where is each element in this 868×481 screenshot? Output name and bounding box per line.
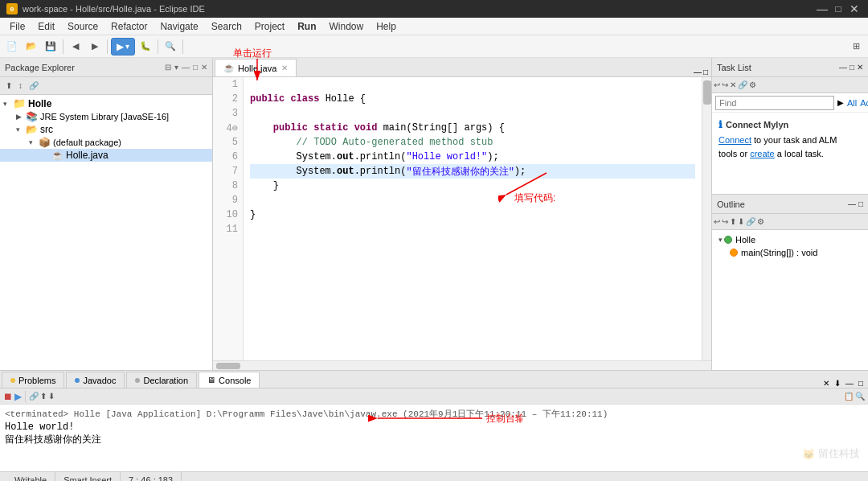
- connect-link[interactable]: Connect: [719, 135, 751, 145]
- outline-header: Outline — □: [712, 195, 868, 214]
- console-stop-btn[interactable]: ⏹: [3, 391, 13, 402]
- code-content[interactable]: public class Holle { public static void …: [244, 77, 702, 360]
- tree-item-src[interactable]: ▾ 📂 src: [0, 123, 212, 136]
- save-btn[interactable]: 💾: [42, 38, 59, 56]
- create-link[interactable]: create: [750, 149, 775, 158]
- task-maximize-btn[interactable]: □: [850, 63, 854, 72]
- outline-tb-1[interactable]: ↩: [714, 217, 720, 226]
- editor-hscrollbar[interactable]: [213, 360, 711, 370]
- menu-window[interactable]: Window: [323, 19, 371, 34]
- console-clear-btn[interactable]: ✕: [821, 379, 831, 388]
- code-line-3: [250, 106, 695, 121]
- code-line-5: // TODO Auto-generated method stub: [250, 135, 695, 150]
- console-tb-2[interactable]: ⬆: [40, 392, 47, 401]
- menu-search[interactable]: Search: [205, 19, 248, 34]
- tab-console[interactable]: 🖥 Console: [199, 372, 260, 388]
- menu-navigate[interactable]: Navigate: [154, 19, 204, 34]
- outline-tb-3[interactable]: ⬆: [730, 217, 736, 226]
- task-minimize-btn[interactable]: —: [839, 63, 847, 72]
- activate-label[interactable]: Activate....: [860, 98, 868, 108]
- search-btn[interactable]: 🔍: [162, 38, 179, 56]
- console-minimize-btn[interactable]: —: [844, 379, 855, 388]
- task-tb-1[interactable]: ↩: [714, 80, 720, 89]
- tab-problems[interactable]: Problems: [2, 372, 64, 388]
- run-dropdown[interactable]: ▾: [125, 42, 129, 51]
- right-panel: Task List — □ ✕ ↩ ↪ ✕ 🔗 ⚙ ▶ All Activate…: [711, 58, 868, 370]
- connect-tail: tools or: [719, 149, 750, 158]
- console-run-btn[interactable]: ▶: [14, 391, 22, 402]
- win-maximize-btn[interactable]: □: [831, 3, 845, 14]
- tab-java-icon: ☕: [223, 63, 235, 73]
- tab-close-btn[interactable]: ✕: [281, 64, 288, 72]
- console-tb-1[interactable]: 🔗: [29, 392, 39, 401]
- outline-tb-6[interactable]: ⚙: [757, 217, 764, 226]
- task-toolbar: ↩ ↪ ✕ 🔗 ⚙: [712, 77, 868, 93]
- tree-item-default-pkg[interactable]: ▾ 📦 (default package): [0, 136, 212, 149]
- close-panel-icon[interactable]: ✕: [201, 63, 207, 72]
- menu-edit[interactable]: Edit: [31, 19, 61, 34]
- new-btn[interactable]: 📄: [3, 38, 21, 56]
- line-5: 5: [213, 135, 243, 150]
- outline-minimize-btn[interactable]: —: [848, 199, 856, 208]
- connect-mylyn-desc: Connect to your task and ALM tools or cr…: [719, 134, 862, 160]
- editor-maximize-btn[interactable]: □: [703, 68, 708, 76]
- tree-item-holle[interactable]: ▾ 📁 Holle: [0, 97, 212, 110]
- code-editor[interactable]: 1 2 3 4⊜ 5 6 7 8 9 10 11 public class Ho…: [213, 77, 711, 360]
- find-bar: ▶ All Activate....: [712, 93, 868, 113]
- console-tb-3[interactable]: ⬇: [48, 392, 55, 401]
- menu-refactor[interactable]: Refactor: [104, 19, 154, 34]
- task-close-btn[interactable]: ✕: [857, 63, 863, 72]
- panel-menu-icon[interactable]: ▾: [174, 63, 178, 72]
- console-right-1[interactable]: 📋: [844, 392, 854, 401]
- menu-help[interactable]: Help: [370, 19, 403, 34]
- task-tb-3[interactable]: ✕: [730, 80, 736, 89]
- editor-tab-holle[interactable]: ☕ Holle.java ✕: [215, 59, 297, 76]
- outline-main-method[interactable]: main(String[]) : void: [715, 246, 865, 259]
- outline-tb-4[interactable]: ⬇: [738, 217, 744, 226]
- editor-minimize-btn[interactable]: —: [694, 68, 702, 76]
- open-btn[interactable]: 📂: [23, 38, 40, 56]
- back-btn[interactable]: ◀: [67, 38, 84, 56]
- code-line-10: }: [250, 208, 695, 222]
- forward-btn[interactable]: ▶: [86, 38, 104, 56]
- pkg-tb-3[interactable]: 🔗: [27, 80, 41, 91]
- menu-source[interactable]: Source: [61, 19, 104, 34]
- debug-btn[interactable]: 🐛: [137, 38, 154, 56]
- tree-item-jre[interactable]: ▶ 📚 JRE System Library [JavaSE-16]: [0, 110, 212, 123]
- outline-tb-5[interactable]: 🔗: [746, 217, 755, 226]
- win-close-btn[interactable]: ✕: [847, 3, 862, 14]
- find-arrow[interactable]: ▶: [837, 98, 844, 107]
- tree-item-holle-java[interactable]: ☕ Holle.java: [0, 149, 212, 162]
- menu-project[interactable]: Project: [248, 19, 291, 34]
- run-button[interactable]: ▶ ▾: [111, 38, 135, 56]
- editor-scrollbar[interactable]: [702, 77, 711, 360]
- tab-declaration[interactable]: Declaration: [126, 372, 197, 388]
- task-tb-4[interactable]: 🔗: [738, 80, 747, 89]
- task-tb-5[interactable]: ⚙: [749, 80, 756, 89]
- task-tb-2[interactable]: ↪: [722, 80, 728, 89]
- find-input[interactable]: [715, 96, 834, 110]
- outline-title: Outline: [717, 199, 848, 209]
- pkg-tb-2[interactable]: ↕: [16, 80, 25, 91]
- console-scroll-btn[interactable]: ⬇: [833, 379, 842, 388]
- win-minimize-btn[interactable]: —: [815, 3, 829, 14]
- outline-tb-2[interactable]: ↪: [722, 217, 728, 226]
- collapse-all-icon[interactable]: ⊟: [165, 63, 171, 72]
- console-terminated-line: <terminated> Holle [Java Application] D:…: [5, 408, 863, 420]
- pkg-icon: 📦: [39, 137, 51, 148]
- console-right-2[interactable]: 🔍: [855, 392, 865, 401]
- pkg-tb-1[interactable]: ⬆: [3, 80, 14, 91]
- status-writable: Writable: [6, 472, 55, 481]
- console-maximize-btn[interactable]: □: [857, 379, 865, 388]
- hscroll-thumb: [216, 363, 240, 369]
- menu-file[interactable]: File: [3, 19, 31, 34]
- method-icon: [730, 249, 738, 257]
- maximize-panel-icon[interactable]: □: [193, 63, 198, 72]
- package-tree: ▾ 📁 Holle ▶ 📚 JRE System Library [JavaSE…: [0, 95, 212, 370]
- tab-javadoc[interactable]: Javadoc: [66, 372, 125, 388]
- perspective-btn[interactable]: ⊞: [847, 38, 865, 56]
- minimize-panel-icon[interactable]: —: [182, 63, 190, 72]
- menu-run[interactable]: Run: [291, 19, 322, 34]
- outline-maximize-btn[interactable]: □: [858, 199, 863, 208]
- outline-holle-class[interactable]: ▾ Holle: [715, 233, 865, 246]
